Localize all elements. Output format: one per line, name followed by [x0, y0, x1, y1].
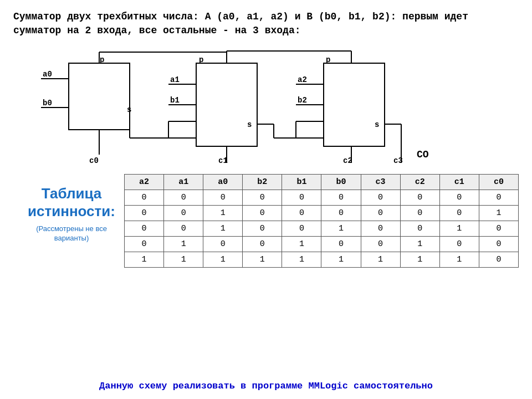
col-header-a0: a0: [203, 175, 243, 190]
table-cell: 1: [203, 221, 243, 237]
table-cell: 1: [439, 252, 479, 268]
table-cell: 1: [479, 206, 518, 221]
svg-text:c2: c2: [343, 156, 352, 165]
table-cell: 0: [282, 190, 321, 206]
table-cell: 0: [479, 237, 518, 252]
table-cell: 0: [400, 221, 439, 237]
col-header-c3: c3: [361, 175, 400, 190]
svg-text:s: s: [375, 120, 379, 129]
svg-text:CO: CO: [417, 149, 429, 160]
table-cell: 1: [164, 237, 203, 252]
table-cell: 0: [164, 221, 203, 237]
svg-text:b0: b0: [43, 99, 52, 108]
table-cell: 0: [125, 237, 164, 252]
table-cell: 0: [164, 190, 203, 206]
svg-text:a0: a0: [43, 70, 52, 79]
table-cell: 0: [125, 206, 164, 221]
truth-table: a2 a1 a0 b2 b1 b0 c3 c2 c1 c0 0000000000…: [124, 174, 519, 268]
svg-text:a1: a1: [170, 75, 180, 84]
table-cell: 0: [439, 206, 479, 221]
table-cell: 0: [321, 190, 361, 206]
table-cell: 0: [243, 190, 282, 206]
table-cell: 1: [282, 237, 321, 252]
table-cell: 0: [243, 206, 282, 221]
table-cell: 0: [164, 206, 203, 221]
table-cell: 0: [321, 206, 361, 221]
table-cell: 0: [203, 237, 243, 252]
svg-text:p: p: [100, 55, 104, 64]
col-header-c1: c1: [439, 175, 479, 190]
bottom-section: Таблица истинности: (Рассмотрены не все …: [13, 174, 519, 268]
table-cell: 0: [282, 221, 321, 237]
svg-text:a2: a2: [298, 75, 307, 84]
table-cell: 0: [125, 190, 164, 206]
svg-text:s: s: [127, 105, 131, 114]
svg-rect-0: [69, 63, 130, 130]
table-cell: 1: [321, 221, 361, 237]
page-content: Сумматор двух трехбитных числа: А (a0, a…: [0, 0, 532, 399]
table-cell: 1: [243, 252, 282, 268]
svg-rect-13: [196, 63, 257, 146]
table-cell: 1: [164, 252, 203, 268]
table-cell: 1: [439, 221, 479, 237]
svg-text:s: s: [247, 120, 252, 129]
table-cell: 1: [282, 252, 321, 268]
table-cell: 0: [203, 190, 243, 206]
col-header-b0: b0: [321, 175, 361, 190]
table-main-label: Таблица истинности:: [19, 185, 124, 219]
table-row: 1111111110: [125, 252, 519, 268]
table-cell: 0: [361, 237, 400, 252]
table-cell: 0: [361, 190, 400, 206]
svg-text:c1: c1: [218, 156, 228, 165]
table-cell: 0: [243, 221, 282, 237]
table-cell: 0: [400, 190, 439, 206]
table-cell: 1: [321, 252, 361, 268]
table-row: 0100100100: [125, 237, 519, 252]
table-cell: 0: [439, 237, 479, 252]
table-cell: 0: [439, 190, 479, 206]
table-cell: 1: [400, 237, 439, 252]
col-header-b1: b1: [282, 175, 321, 190]
svg-text:b2: b2: [298, 96, 307, 105]
svg-text:b1: b1: [170, 96, 180, 105]
svg-text:p: p: [326, 55, 330, 64]
table-row: 0010000001: [125, 206, 519, 221]
col-header-c2: c2: [400, 175, 439, 190]
svg-text:c0: c0: [89, 156, 99, 165]
table-cell: 0: [361, 206, 400, 221]
col-header-a1: a1: [164, 175, 203, 190]
col-header-a2: a2: [125, 175, 164, 190]
table-cell: 0: [361, 221, 400, 237]
truth-table-label: Таблица истинности: (Рассмотрены не все …: [13, 174, 124, 243]
table-sub-label: (Рассмотрены не все варианты): [19, 224, 124, 243]
svg-rect-30: [324, 63, 385, 146]
page-title: Сумматор двух трехбитных числа: А (a0, a…: [13, 10, 512, 38]
col-header-b2: b2: [243, 175, 282, 190]
table-cell: 1: [203, 252, 243, 268]
footer-text: Данную схему реализовать в программе MML…: [13, 381, 519, 391]
table-cell: 0: [282, 206, 321, 221]
table-row: 0010010010: [125, 221, 519, 237]
table-cell: 1: [400, 252, 439, 268]
table-row: 0000000000: [125, 190, 519, 206]
table-cell: 0: [479, 221, 518, 237]
table-cell: 0: [321, 237, 361, 252]
table-cell: 0: [479, 252, 518, 268]
table-cell: 0: [400, 206, 439, 221]
svg-text:p: p: [199, 55, 203, 64]
col-header-c0: c0: [479, 175, 518, 190]
table-cell: 0: [479, 190, 518, 206]
table-cell: 1: [125, 252, 164, 268]
table-cell: 0: [125, 221, 164, 237]
table-header-row: a2 a1 a0 b2 b1 b0 c3 c2 c1 c0: [125, 175, 519, 190]
diagram-area: a0 b0 p s c0 p a1: [35, 47, 512, 168]
svg-text:c3: c3: [393, 156, 403, 165]
table-cell: 1: [361, 252, 400, 268]
table-cell: 0: [243, 237, 282, 252]
circuit-diagram: a0 b0 p s c0 p a1: [35, 47, 490, 168]
table-cell: 1: [203, 206, 243, 221]
